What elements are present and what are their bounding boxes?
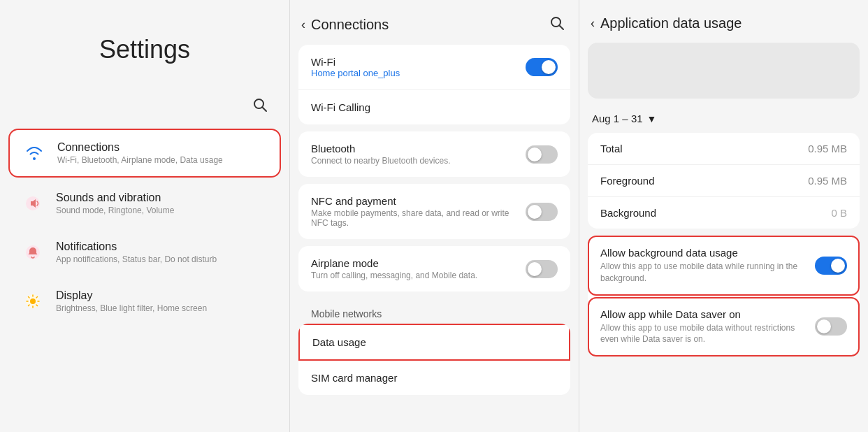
- sim-card-row[interactable]: SIM card manager: [298, 361, 570, 395]
- notifications-sub: App notifications, Status bar, Do not di…: [56, 254, 217, 264]
- app-data-title: Application data usage: [600, 15, 742, 31]
- svg-line-13: [29, 305, 30, 306]
- page-title: Settings: [0, 14, 289, 92]
- wifi-icon: [21, 140, 48, 166]
- connections-text: Connections Wi-Fi, Bluetooth, Airplane m…: [57, 141, 223, 165]
- sounds-text: Sounds and vibration Sound mode, Rington…: [56, 192, 174, 215]
- bluetooth-card: Bluetooth Connect to nearby Bluetooth de…: [298, 131, 570, 177]
- notifications-text: Notifications App notifications, Status …: [56, 240, 217, 264]
- sounds-title: Sounds and vibration: [56, 192, 174, 204]
- allow-data-saver-title: Allow app while Data saver on: [600, 308, 806, 320]
- date-range-row: Aug 1 – 31 ▼: [579, 107, 868, 133]
- app-data-header: ‹ Application data usage: [579, 0, 868, 43]
- app-data-usage-panel: ‹ Application data usage Aug 1 – 31 ▼ To…: [579, 0, 868, 432]
- date-range-label[interactable]: Aug 1 – 31: [592, 113, 643, 124]
- app-data-back-icon[interactable]: ‹: [591, 16, 595, 31]
- airplane-toggle[interactable]: [526, 260, 558, 278]
- connections-search-icon[interactable]: [549, 15, 565, 34]
- airplane-title: Airplane mode: [311, 257, 477, 269]
- display-title: Display: [56, 289, 207, 302]
- data-usage-row[interactable]: Data usage: [298, 324, 570, 361]
- airplane-row[interactable]: Airplane mode Turn off calling, messagin…: [298, 246, 570, 291]
- total-row: Total 0.95 MB: [588, 133, 860, 165]
- bluetooth-sub: Connect to nearby Bluetooth devices.: [311, 156, 450, 166]
- total-label: Total: [600, 143, 623, 154]
- search-row: [0, 92, 289, 129]
- date-chevron-icon[interactable]: ▼: [647, 113, 657, 124]
- airplane-sub: Turn off calling, messaging, and Mobile …: [311, 271, 477, 280]
- background-label: Background: [600, 207, 656, 219]
- foreground-row: Foreground 0.95 MB: [588, 165, 860, 197]
- wifi-network-name: Home portal one_plus: [311, 68, 400, 78]
- stats-card: Total 0.95 MB Foreground 0.95 MB Backgro…: [588, 133, 860, 229]
- toggles-container: Allow background data usage Allow this a…: [588, 236, 860, 357]
- back-icon[interactable]: ‹: [301, 17, 305, 32]
- speaker-icon: [20, 190, 46, 217]
- sidebar-item-display[interactable]: Display Brightness, Blue light filter, H…: [8, 278, 281, 324]
- nfc-title: NFC and payment: [311, 195, 526, 207]
- connections-panel-title: Connections: [311, 17, 389, 33]
- wifi-calling-title: Wi-Fi Calling: [311, 101, 370, 113]
- background-value: 0 B: [831, 207, 847, 219]
- sidebar-item-sounds[interactable]: Sounds and vibration Sound mode, Rington…: [8, 180, 281, 226]
- allow-background-title: Allow background data usage: [600, 247, 806, 259]
- settings-panel: Settings Connections Wi-Fi, Bluetooth, A…: [0, 0, 289, 432]
- bluetooth-title: Bluetooth: [311, 143, 450, 154]
- svg-line-15: [560, 26, 564, 30]
- svg-line-11: [36, 305, 38, 306]
- sun-icon: [20, 288, 46, 315]
- connections-list: Wi-Fi Home portal one_plus Wi-Fi Calling…: [290, 45, 579, 402]
- allow-data-saver-toggle[interactable]: [815, 317, 847, 336]
- bluetooth-row[interactable]: Bluetooth Connect to nearby Bluetooth de…: [298, 131, 570, 177]
- sim-card-title: SIM card manager: [311, 372, 397, 384]
- display-sub: Brightness, Blue light filter, Home scre…: [56, 303, 207, 313]
- nfc-sub: Make mobile payments, share data, and re…: [311, 208, 526, 228]
- notifications-title: Notifications: [56, 240, 217, 253]
- display-text: Display Brightness, Blue light filter, H…: [56, 289, 207, 313]
- airplane-card: Airplane mode Turn off calling, messagin…: [298, 246, 570, 291]
- svg-line-12: [36, 297, 38, 298]
- mobile-networks-label: Mobile networks: [298, 298, 570, 324]
- nfc-toggle[interactable]: [526, 203, 558, 221]
- search-icon[interactable]: [247, 92, 273, 117]
- sidebar-item-connections[interactable]: Connections Wi-Fi, Bluetooth, Airplane m…: [8, 129, 281, 178]
- connections-sub: Wi-Fi, Bluetooth, Airplane mode, Data us…: [57, 155, 223, 165]
- header-left: ‹ Connections: [301, 17, 389, 33]
- svg-line-10: [29, 297, 30, 298]
- wifi-toggle[interactable]: [526, 58, 558, 76]
- sidebar-item-notifications[interactable]: Notifications App notifications, Status …: [8, 229, 281, 275]
- allow-data-saver-sub: Allow this app to use mobile data withou…: [600, 322, 806, 346]
- data-usage-title: Data usage: [312, 336, 366, 348]
- allow-background-row[interactable]: Allow background data usage Allow this a…: [588, 236, 860, 296]
- mobile-settings-card: Data usage SIM card manager: [298, 324, 570, 395]
- foreground-label: Foreground: [600, 175, 655, 187]
- wifi-row[interactable]: Wi-Fi Home portal one_plus: [298, 45, 570, 90]
- app-graph: [588, 43, 860, 99]
- sounds-sub: Sound mode, Ringtone, Volume: [56, 206, 174, 215]
- svg-point-5: [30, 298, 36, 304]
- nfc-card: NFC and payment Make mobile payments, sh…: [298, 184, 570, 239]
- bell-icon: [20, 239, 46, 266]
- bluetooth-toggle[interactable]: [526, 145, 558, 164]
- connections-header: ‹ Connections: [290, 0, 579, 45]
- wifi-card: Wi-Fi Home portal one_plus Wi-Fi Calling: [298, 45, 570, 124]
- allow-background-toggle[interactable]: [815, 257, 847, 275]
- allow-data-saver-row[interactable]: Allow app while Data saver on Allow this…: [588, 297, 860, 357]
- wifi-title: Wi-Fi: [311, 56, 400, 68]
- total-value: 0.95 MB: [808, 143, 847, 154]
- background-row: Background 0 B: [588, 197, 860, 229]
- foreground-value: 0.95 MB: [808, 175, 847, 187]
- connections-title: Connections: [57, 141, 223, 154]
- settings-list: Connections Wi-Fi, Bluetooth, Airplane m…: [0, 129, 289, 327]
- svg-line-1: [263, 108, 267, 112]
- allow-background-sub: Allow this app to use mobile data while …: [600, 261, 806, 285]
- nfc-row[interactable]: NFC and payment Make mobile payments, sh…: [298, 184, 570, 239]
- connections-panel: ‹ Connections Wi-Fi Home portal one_plus…: [289, 0, 579, 432]
- wifi-calling-row[interactable]: Wi-Fi Calling: [298, 90, 570, 124]
